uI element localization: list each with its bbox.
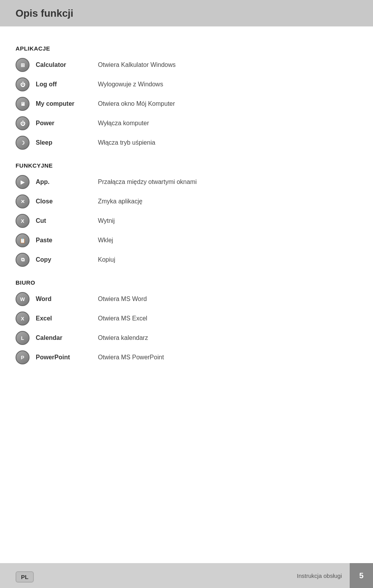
item-row: 🖥My computerOtwiera okno Mój Komputer <box>16 96 357 112</box>
paste-icon: 📋 <box>16 233 30 247</box>
item-name: Calendar <box>36 334 98 341</box>
section-heading-aplikacje: APLIKACJE <box>16 45 357 52</box>
excel-icon: X <box>16 312 30 326</box>
items-list-aplikacje: ⊞CalculatorOtwiera Kalkulator Windows⏻Lo… <box>16 57 357 150</box>
page-title: Opis funkcji <box>16 7 73 19</box>
item-row: ☽SleepWłącza tryb uśpienia <box>16 135 357 150</box>
item-row: 📋PasteWklej <box>16 233 357 248</box>
item-row: ⧉CopyKopiuj <box>16 252 357 268</box>
item-desc: Przałącza między otwartymi oknami <box>98 178 197 186</box>
cut-icon: X <box>16 214 30 228</box>
item-name: Calculator <box>36 61 98 68</box>
calendar-icon: L <box>16 331 30 345</box>
item-row: LCalendarOtwiera kalendarz <box>16 330 357 346</box>
manual-label: Instrukcja obsługi <box>297 572 342 579</box>
pl-badge: PL <box>16 571 34 583</box>
item-name: PowerPoint <box>36 354 98 361</box>
item-name: Cut <box>36 217 98 224</box>
item-name: Sleep <box>36 139 98 146</box>
item-row: ✕CloseZmyka aplikację <box>16 194 357 209</box>
item-name: Log off <box>36 81 98 88</box>
item-row: WWordOtwiera MS Word <box>16 291 357 307</box>
item-row: XExcelOtwiera MS Excel <box>16 311 357 326</box>
powerpoint-icon: P <box>16 350 30 364</box>
mycomputer-icon: 🖥 <box>16 97 30 111</box>
item-name: Close <box>36 198 98 205</box>
main-content: APLIKACJE⊞CalculatorOtwiera Kalkulator W… <box>0 26 373 392</box>
close-icon: ✕ <box>16 194 30 208</box>
header-bar: Opis funkcji <box>0 0 373 26</box>
power-icon: ⏻ <box>16 116 30 130</box>
section-biuro: BIUROWWordOtwiera MS WordXExcelOtwiera M… <box>16 279 357 365</box>
section-heading-biuro: BIURO <box>16 279 357 286</box>
item-desc: Wylogowuje z Windows <box>98 81 163 88</box>
item-row: PPowerPointOtwiera MS PowerPoint <box>16 350 357 365</box>
item-row: ⏻PowerWyłącza komputer <box>16 116 357 131</box>
item-name: My computer <box>36 100 98 107</box>
copy-icon: ⧉ <box>16 253 30 267</box>
item-desc: Otwiera MS Excel <box>98 315 147 322</box>
item-desc: Otwiera kalendarz <box>98 334 148 341</box>
section-heading-funkcyjne: FUNKCYJNE <box>16 162 357 169</box>
item-desc: Otwiera MS PowerPoint <box>98 354 164 361</box>
item-name: Power <box>36 120 98 127</box>
section-aplikacje: APLIKACJE⊞CalculatorOtwiera Kalkulator W… <box>16 45 357 150</box>
item-row: ⏻Log offWylogowuje z Windows <box>16 77 357 92</box>
item-desc: Kopiuj <box>98 256 115 263</box>
item-desc: Wyłącza komputer <box>98 120 149 127</box>
item-name: Paste <box>36 237 98 244</box>
item-name: Copy <box>36 256 98 263</box>
item-desc: Wytnij <box>98 217 115 224</box>
item-name: Excel <box>36 315 98 322</box>
items-list-funkcyjne: ▶App.Przałącza między otwartymi oknami✕C… <box>16 174 357 268</box>
section-funkcyjne: FUNKCYJNE▶App.Przałącza między otwartymi… <box>16 162 357 268</box>
item-row: XCutWytnij <box>16 213 357 229</box>
calculator-icon: ⊞ <box>16 58 30 72</box>
item-desc: Otwiera Kalkulator Windows <box>98 61 176 68</box>
item-row: ⊞CalculatorOtwiera Kalkulator Windows <box>16 57 357 73</box>
sleep-icon: ☽ <box>16 136 30 150</box>
items-list-biuro: WWordOtwiera MS WordXExcelOtwiera MS Exc… <box>16 291 357 365</box>
item-row: ▶App.Przałącza między otwartymi oknami <box>16 174 357 190</box>
logoff-icon: ⏻ <box>16 77 30 91</box>
item-name: App. <box>36 178 98 186</box>
item-desc: Włącza tryb uśpienia <box>98 139 155 146</box>
page-number: 5 <box>350 563 373 588</box>
app-icon: ▶ <box>16 175 30 189</box>
item-name: Word <box>36 296 98 303</box>
item-desc: Wklej <box>98 237 113 244</box>
item-desc: Otwiera okno Mój Komputer <box>98 100 175 107</box>
item-desc: Zmyka aplikację <box>98 198 143 205</box>
item-desc: Otwiera MS Word <box>98 296 147 303</box>
word-icon: W <box>16 292 30 306</box>
footer: PL Instrukcja obsługi 5 <box>0 563 373 588</box>
